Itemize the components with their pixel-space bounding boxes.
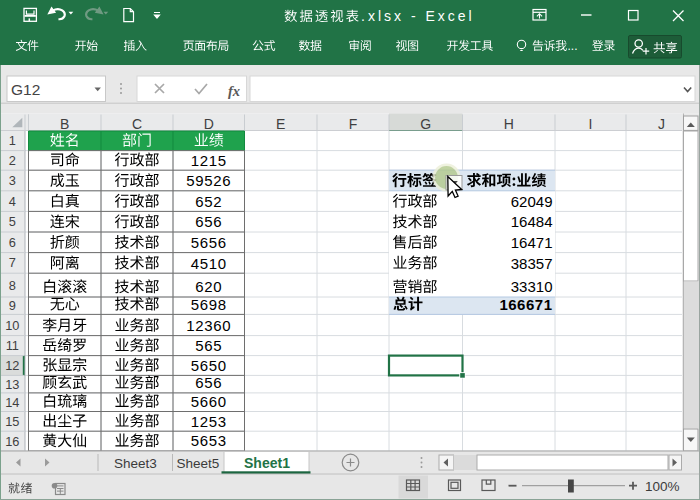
svg-text:7: 7 [9, 255, 16, 270]
svg-text:H: H [504, 116, 514, 132]
svg-text:G: G [420, 116, 431, 132]
svg-text:5653: 5653 [191, 432, 227, 449]
svg-text:33310: 33310 [511, 278, 553, 295]
svg-text:11: 11 [6, 338, 19, 353]
svg-text:5656: 5656 [191, 234, 227, 251]
svg-text:13: 13 [5, 377, 19, 392]
svg-text:16: 16 [5, 434, 19, 449]
svg-text:1253: 1253 [191, 413, 227, 430]
svg-text:656: 656 [195, 213, 222, 230]
svg-text:15: 15 [5, 414, 19, 429]
svg-text:4: 4 [9, 194, 16, 209]
svg-text:F: F [349, 116, 358, 132]
svg-text:G12: G12 [11, 81, 40, 98]
svg-text:D: D [204, 116, 214, 132]
svg-text:9: 9 [9, 298, 16, 313]
svg-text:656: 656 [195, 374, 222, 391]
svg-text:12: 12 [5, 358, 19, 373]
svg-text:6: 6 [9, 235, 16, 250]
svg-text:5660: 5660 [191, 393, 227, 410]
svg-text:5: 5 [9, 214, 16, 229]
svg-text:12360: 12360 [186, 317, 231, 334]
svg-text:B: B [60, 116, 69, 132]
svg-text:14: 14 [5, 395, 19, 410]
svg-text:Sheet5: Sheet5 [177, 456, 220, 471]
svg-text:166671: 166671 [499, 296, 552, 313]
svg-text:620: 620 [195, 278, 222, 295]
svg-text:1: 1 [9, 133, 16, 148]
svg-text:4510: 4510 [191, 255, 227, 272]
svg-text:Sheet3: Sheet3 [114, 456, 157, 471]
svg-text:8: 8 [9, 278, 16, 293]
svg-text:1215: 1215 [191, 152, 227, 169]
svg-text:I: I [589, 116, 593, 132]
svg-text:10: 10 [5, 318, 19, 333]
svg-text:16471: 16471 [511, 234, 553, 251]
svg-text:fx: fx [228, 83, 240, 99]
svg-text:62049: 62049 [511, 193, 553, 210]
svg-text:38357: 38357 [511, 255, 553, 272]
svg-text:2: 2 [9, 153, 16, 168]
svg-text:E: E [276, 116, 285, 132]
svg-text:100%: 100% [645, 479, 680, 494]
svg-text:5698: 5698 [191, 296, 227, 313]
svg-text:565: 565 [195, 337, 222, 354]
svg-text:.xlsx - Excel: .xlsx - Excel [361, 8, 475, 24]
svg-text:J: J [658, 116, 665, 132]
svg-text:3: 3 [9, 173, 16, 188]
svg-text:59526: 59526 [186, 172, 231, 189]
svg-text:652: 652 [195, 193, 222, 210]
svg-text:16484: 16484 [511, 213, 553, 230]
svg-text:5650: 5650 [191, 357, 227, 374]
svg-text:...: ... [568, 39, 578, 53]
svg-text:C: C [132, 116, 142, 132]
svg-text:Sheet1: Sheet1 [244, 455, 290, 471]
